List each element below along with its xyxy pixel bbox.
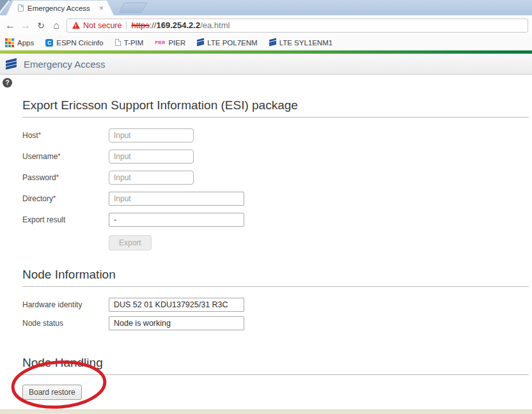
not-secure-warning-icon[interactable]: ! bbox=[72, 22, 80, 29]
ericsson-logo-icon bbox=[6, 59, 17, 69]
form-row-username: Username* bbox=[22, 150, 529, 164]
directory-input[interactable] bbox=[109, 192, 244, 206]
warning-exclamation: ! bbox=[75, 23, 77, 29]
form-row-directory: Directory* bbox=[22, 192, 529, 206]
address-bar[interactable]: ! Not secure https://169.254.2.2/ea.html bbox=[66, 19, 528, 33]
password-input[interactable] bbox=[109, 171, 194, 185]
form-row-hardware-identity: Hardware identity bbox=[22, 298, 529, 312]
url-path: /ea.html bbox=[200, 20, 230, 30]
export-result-value bbox=[109, 213, 244, 227]
ericsson-logo-icon bbox=[197, 39, 204, 46]
export-result-label: Export result bbox=[22, 215, 109, 224]
username-label: Username* bbox=[22, 152, 109, 161]
pier-text-icon: PIER bbox=[155, 40, 165, 45]
url-separator bbox=[126, 21, 127, 30]
page-content: Export Ericsson Support Information (ESI… bbox=[0, 98, 532, 400]
tab-close-icon[interactable]: × bbox=[99, 4, 104, 12]
url-scheme-struck: https bbox=[131, 20, 149, 30]
section-title-esi: Export Ericsson Support Information (ESI… bbox=[22, 98, 529, 112]
required-marker: * bbox=[56, 173, 59, 181]
bookmark-lte-syl1enm1[interactable]: LTE SYL1ENM1 bbox=[269, 39, 333, 47]
required-marker: * bbox=[58, 152, 60, 160]
url-host: 169.254.2.2 bbox=[156, 20, 200, 30]
new-tab-button[interactable] bbox=[119, 3, 148, 13]
bookmark-label: PIER bbox=[168, 39, 185, 47]
directory-label: Directory* bbox=[22, 194, 109, 203]
node-status-value bbox=[109, 316, 244, 330]
form-row-password: Password* bbox=[22, 171, 529, 185]
page-icon bbox=[115, 39, 121, 46]
section-title-node-handling: Node Handling bbox=[22, 356, 529, 370]
bookmark-tpim[interactable]: T-PIM bbox=[115, 39, 144, 47]
bookmark-apps[interactable]: Apps bbox=[5, 38, 34, 47]
tab-strip: Emergency Access × bbox=[0, 0, 532, 15]
bookmark-label: LTE POL7ENM bbox=[207, 39, 257, 47]
board-restore-button[interactable]: Board restore bbox=[22, 385, 82, 400]
home-icon[interactable]: ⌂ bbox=[49, 20, 64, 31]
browser-window: Emergency Access × ← → ↻ ⌂ ! Not secure … bbox=[0, 0, 532, 414]
bookmarks-bar: Apps C ESPN Cricinfo T-PIM PIER PIER LTE… bbox=[0, 35, 532, 50]
window-bottom-edge bbox=[0, 410, 532, 414]
export-button[interactable]: Export bbox=[109, 235, 152, 250]
help-row: ? bbox=[0, 75, 532, 88]
bookmark-label: LTE SYL1ENM1 bbox=[279, 39, 333, 47]
password-label: Password* bbox=[22, 173, 109, 182]
bookmark-pier[interactable]: PIER PIER bbox=[155, 39, 185, 47]
section-divider bbox=[22, 117, 529, 118]
browser-tab[interactable]: Emergency Access × bbox=[6, 1, 114, 15]
hardware-identity-value bbox=[109, 298, 244, 312]
espn-c-icon: C bbox=[45, 39, 53, 47]
apps-grid-icon bbox=[5, 38, 14, 47]
page-title: Emergency Access bbox=[24, 59, 106, 70]
bookmark-label: Apps bbox=[17, 39, 34, 47]
bookmark-label: ESPN Cricinfo bbox=[56, 39, 104, 47]
section-divider bbox=[22, 374, 529, 375]
username-input[interactable] bbox=[109, 150, 194, 164]
page-header: Emergency Access bbox=[0, 54, 532, 75]
reload-icon[interactable]: ↻ bbox=[33, 21, 49, 30]
bookmark-label: T-PIM bbox=[124, 39, 144, 47]
tab-favicon-page-icon bbox=[18, 4, 24, 12]
url-scheme-separator: :// bbox=[150, 20, 157, 30]
required-marker: * bbox=[38, 131, 41, 139]
forward-icon[interactable]: → bbox=[18, 20, 33, 31]
url-text: https://169.254.2.2/ea.html bbox=[131, 20, 230, 30]
required-marker: * bbox=[53, 194, 56, 202]
bookmark-lte-pol7enm[interactable]: LTE POL7ENM bbox=[197, 39, 257, 47]
ericsson-logo-icon bbox=[269, 39, 276, 46]
form-row-node-status: Node status bbox=[22, 316, 529, 330]
node-information-form: Hardware identity Node status bbox=[22, 298, 529, 330]
bookmark-espn-cricinfo[interactable]: C ESPN Cricinfo bbox=[45, 39, 104, 47]
help-icon[interactable]: ? bbox=[3, 78, 12, 88]
form-row-host: Host* bbox=[22, 128, 529, 142]
section-title-node-information: Node Information bbox=[22, 268, 529, 282]
back-icon[interactable]: ← bbox=[3, 20, 18, 31]
node-status-label: Node status bbox=[22, 319, 109, 328]
hardware-identity-label: Hardware identity bbox=[22, 300, 109, 309]
esi-form: Host* Username* Password* Directory* Exp… bbox=[22, 128, 529, 250]
host-label: Host* bbox=[22, 131, 109, 140]
form-row-export-result: Export result bbox=[22, 213, 529, 227]
browser-toolbar: ← → ↻ ⌂ ! Not secure https://169.254.2.2… bbox=[0, 15, 532, 35]
not-secure-label[interactable]: Not secure bbox=[83, 21, 121, 30]
section-divider bbox=[22, 286, 529, 287]
tab-title: Emergency Access bbox=[27, 4, 99, 12]
host-input[interactable] bbox=[109, 128, 194, 142]
